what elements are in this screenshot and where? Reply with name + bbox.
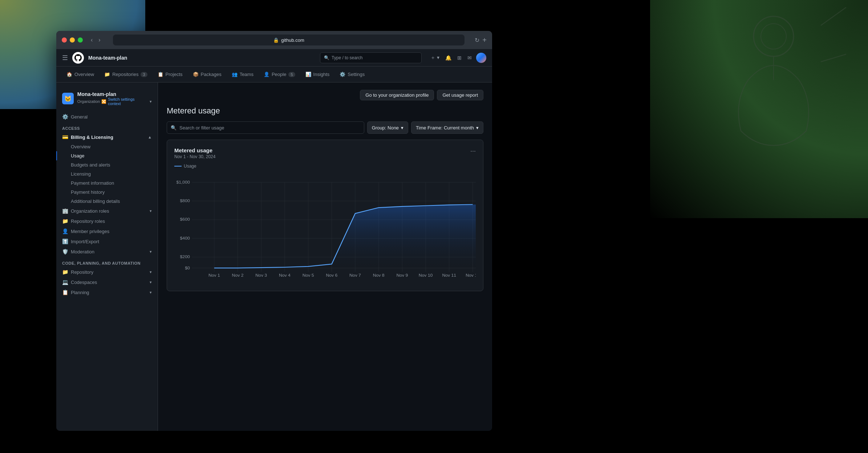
overview-icon: 🏠 — [66, 72, 72, 77]
new-tab-button[interactable]: + — [482, 36, 487, 44]
browser-titlebar: ‹ › 🔒 github.com ↻ + — [56, 31, 492, 49]
get-usage-report-button[interactable]: Get usage report — [437, 90, 483, 100]
nav-tab-projects[interactable]: 📋 Projects — [153, 68, 187, 81]
org-info: Mona-team-plan Organization 🔀 Switch set… — [77, 91, 152, 106]
sidebar-item-member-privileges[interactable]: 👤 Member privileges — [56, 226, 158, 236]
search-filter-input[interactable]: 🔍 Search or filter usage — [167, 121, 364, 134]
plus-icon[interactable]: ＋ ▾ — [429, 53, 441, 63]
repository-icon: 📁 — [62, 269, 68, 275]
sidebar-section-automation: Code, planning, and automation — [56, 257, 158, 267]
nav-tab-teams[interactable]: 👥 Teams — [227, 68, 258, 81]
metered-usage-chart-card: Metered usage Nov 1 - Nov 30, 2024 ··· U… — [167, 140, 483, 291]
org-roles-chevron-icon: ▾ — [150, 209, 152, 213]
billing-sub-budgets[interactable]: Budgets and alerts — [56, 160, 158, 169]
svg-point-1 — [761, 24, 786, 49]
inbox-icon[interactable]: ✉ — [466, 53, 473, 62]
chart-legend: Usage — [174, 164, 476, 169]
main-area: 🐱 Mona-team-plan Organization 🔀 Switch s… — [56, 83, 492, 431]
svg-text:$0: $0 — [185, 266, 190, 270]
search-icon: 🔍 — [324, 55, 329, 60]
notifications-icon[interactable]: 🔔 — [444, 53, 453, 62]
nav-tab-repositories[interactable]: 📁 Repositories 3 — [100, 68, 151, 81]
org-name-nav: Mona-team-plan — [88, 55, 127, 61]
hamburger-menu-icon[interactable]: ☰ — [62, 54, 68, 62]
nav-tab-packages[interactable]: 📦 Packages — [188, 68, 226, 81]
svg-text:Nov 11: Nov 11 — [442, 273, 456, 277]
sidebar-billing-header[interactable]: 💳 Billing & Licensing ▲ — [56, 132, 158, 142]
filter-bar: 🔍 Search or filter usage Group: None ▾ T… — [167, 121, 483, 134]
url-text: github.com — [281, 37, 304, 43]
svg-text:$600: $600 — [180, 217, 190, 221]
content-area: Go to your organization profile Get usag… — [158, 83, 492, 431]
sidebar-item-planning[interactable]: 📋 Planning ▾ — [56, 287, 158, 297]
codespaces-chevron-icon: ▾ — [150, 280, 152, 285]
forward-button[interactable]: › — [96, 36, 102, 44]
minimize-button[interactable] — [70, 37, 75, 43]
nav-tab-overview[interactable]: 🏠 Overview — [62, 68, 98, 81]
billing-sub-payment-info[interactable]: Payment information — [56, 179, 158, 188]
close-button[interactable] — [62, 37, 67, 43]
nav-tab-people[interactable]: 👤 People 5 — [259, 68, 300, 81]
sidebar-item-moderation[interactable]: 🛡️ Moderation ▾ — [56, 246, 158, 257]
sidebar-item-general[interactable]: ⚙️ General — [56, 112, 158, 122]
billing-sub-payment-history[interactable]: Payment history — [56, 188, 158, 197]
billing-sub-additional[interactable]: Additional billing details — [56, 197, 158, 206]
github-navbar: ☰ Mona-team-plan 🔍 Type / to search ＋ ▾ … — [56, 49, 492, 67]
svg-text:$200: $200 — [180, 255, 190, 259]
content-header: Go to your organization profile Get usag… — [167, 90, 483, 100]
time-filter-dropdown[interactable]: Time Frame: Current month ▾ — [411, 121, 483, 134]
switch-context-link[interactable]: Switch settings context — [108, 97, 148, 106]
sidebar-item-org-roles[interactable]: 🏢 Organization roles ▾ — [56, 206, 158, 216]
group-filter-dropdown[interactable]: Group: None ▾ — [367, 121, 408, 134]
sidebar-item-import-export[interactable]: ⬆️ Import/Export — [56, 236, 158, 246]
group-filter-chevron-icon: ▾ — [401, 125, 403, 131]
sidebar-item-codespaces[interactable]: 💻 Codespaces ▾ — [56, 277, 158, 287]
github-logo[interactable] — [72, 52, 84, 64]
chart-container: $0 $200 $400 $600 $800 $1,000 — [174, 175, 476, 284]
reload-button[interactable]: ↻ — [475, 37, 479, 44]
billing-chevron-icon: ▲ — [148, 135, 152, 139]
svg-text:Nov 12: Nov 12 — [466, 273, 476, 277]
sidebar-org-header: 🐱 Mona-team-plan Organization 🔀 Switch s… — [56, 88, 158, 112]
billing-sub-overview[interactable]: Overview — [56, 142, 158, 151]
maximize-button[interactable] — [78, 37, 83, 43]
legend-label-usage: Usage — [184, 164, 196, 169]
svg-text:$800: $800 — [180, 199, 190, 203]
general-icon: ⚙️ — [62, 114, 68, 120]
moderation-chevron-icon: ▾ — [150, 249, 152, 254]
user-avatar[interactable] — [476, 53, 486, 63]
settings-icon: ⚙️ — [340, 72, 345, 77]
planning-icon: 📋 — [62, 289, 68, 295]
planning-chevron-icon: ▾ — [150, 290, 152, 295]
chart-title: Metered usage — [174, 147, 215, 153]
svg-text:Nov 3: Nov 3 — [255, 273, 267, 277]
chevron-down-icon: ▾ — [150, 99, 152, 104]
chart-date-range: Nov 1 - Nov 30, 2024 — [174, 154, 215, 159]
global-search[interactable]: 🔍 Type / to search — [320, 52, 422, 63]
people-icon: 👤 — [264, 72, 269, 77]
browser-window: ‹ › 🔒 github.com ↻ + ☰ Mona-team-plan 🔍 … — [56, 31, 492, 431]
chart-menu-icon[interactable]: ··· — [470, 147, 476, 155]
packages-icon: 📦 — [193, 72, 199, 77]
sidebar-org-type: Organization 🔀 Switch settings context ▾ — [77, 97, 152, 106]
url-bar[interactable]: 🔒 github.com — [113, 35, 465, 45]
back-button[interactable]: ‹ — [89, 36, 95, 44]
people-badge: 5 — [288, 72, 295, 77]
billing-sub-usage[interactable]: Usage — [56, 151, 158, 160]
dashboard-icon[interactable]: ⊞ — [456, 53, 463, 62]
svg-text:$1,000: $1,000 — [176, 180, 190, 184]
sidebar-item-repo-roles[interactable]: 📁 Repository roles — [56, 216, 158, 226]
search-filter-icon: 🔍 — [171, 125, 177, 131]
import-export-icon: ⬆️ — [62, 238, 68, 244]
nav-tab-settings[interactable]: ⚙️ Settings — [335, 68, 369, 81]
svg-text:$400: $400 — [180, 236, 190, 240]
billing-sub-licensing[interactable]: Licensing — [56, 169, 158, 179]
decorative-background-icon — [701, 7, 846, 153]
go-to-profile-button[interactable]: Go to your organization profile — [360, 90, 434, 100]
sidebar-item-repository[interactable]: 📁 Repository ▾ — [56, 267, 158, 277]
svg-text:Nov 5: Nov 5 — [303, 273, 314, 277]
nav-tab-insights[interactable]: 📊 Insights — [301, 68, 334, 81]
teams-icon: 👥 — [232, 72, 238, 77]
sidebar-org-name: Mona-team-plan — [77, 91, 152, 97]
svg-text:Nov 9: Nov 9 — [396, 273, 408, 277]
